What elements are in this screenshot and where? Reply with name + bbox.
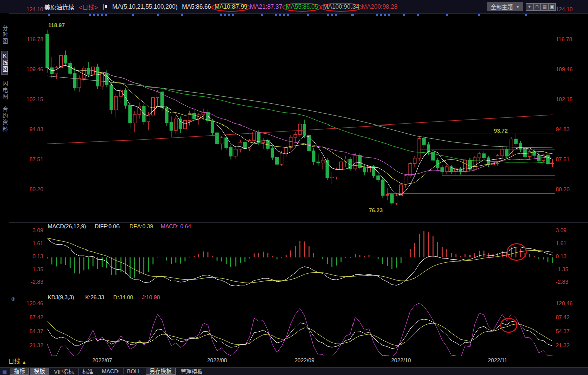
- chart-area[interactable]: 118.9776.2393.72124.10124.10116.78116.78…: [0, 0, 588, 375]
- price-annotation: 93.72: [494, 128, 508, 134]
- svg-text:21.32: 21.32: [29, 342, 43, 348]
- futures-trading-terminal: 美原油连续 <日线> MA(5,10,21,55,100,200) MA5:86…: [0, 0, 588, 375]
- bottom-tab-5[interactable]: MACD: [98, 368, 122, 374]
- y-axis-label-left: 102.15: [26, 96, 43, 102]
- event-dot: [228, 14, 230, 16]
- svg-text:-1.35: -1.35: [556, 266, 568, 272]
- svg-text:21.32: 21.32: [556, 342, 570, 348]
- ma-value-chip: MA10:87.99: [211, 3, 251, 12]
- y-axis-label-right: 116.78: [556, 36, 572, 42]
- kdj-header-part: J:10.98: [142, 294, 160, 300]
- event-dot: [403, 14, 405, 16]
- ma-value-chip: MA21:87.37: [250, 3, 282, 10]
- event-dot: [279, 14, 281, 16]
- event-dot: [307, 14, 309, 16]
- svg-text:0.13: 0.13: [556, 253, 566, 259]
- event-dot: [380, 14, 382, 16]
- event-dot: [181, 14, 183, 16]
- window-controls: +□▤▣: [526, 3, 556, 11]
- y-axis-label-left: 80.20: [29, 186, 43, 192]
- bottom-tab-2[interactable]: 模板: [30, 368, 49, 375]
- ma-value-chip: MA5:86.66: [182, 3, 211, 10]
- rail-item-3[interactable]: 闪电图: [2, 81, 7, 100]
- macd-header-part: DEA:0.39: [130, 223, 153, 229]
- tile-horizontal-icon[interactable]: ▤: [541, 3, 548, 11]
- bottom-tab-6[interactable]: BOLL: [123, 368, 145, 374]
- event-dot: [275, 14, 277, 16]
- kdj-header-part: K:26.33: [85, 294, 104, 300]
- y-axis-label-right: 80.20: [556, 186, 570, 192]
- event-dot: [132, 14, 134, 16]
- event-dot: [327, 14, 329, 16]
- time-axis-row: 日线 ▲ 2022/072022/082022/092022/102022/11: [0, 354, 588, 367]
- maximize-icon[interactable]: ▣: [548, 3, 556, 11]
- y-axis-label-left: 94.83: [29, 126, 43, 132]
- event-dot: [224, 14, 226, 16]
- event-dot: [525, 14, 527, 16]
- svg-text:87.42: 87.42: [29, 314, 43, 320]
- svg-text:0.13: 0.13: [33, 253, 43, 259]
- header-bar: 美原油连续 <日线> MA(5,10,21,55,100,200) MA5:86…: [0, 0, 588, 13]
- event-dot: [283, 14, 285, 16]
- bottom-tab-4[interactable]: 标准: [78, 367, 97, 375]
- event-dot: [157, 14, 159, 16]
- kdj-layer: [47, 303, 553, 358]
- x-axis-label: 2022/10: [387, 357, 415, 363]
- event-dot: [351, 14, 354, 16]
- bottom-tab-7[interactable]: 另存模板: [146, 368, 176, 375]
- y-axis-label-right: 87.51: [556, 156, 570, 162]
- symbol-name[interactable]: 美原油连续: [44, 3, 74, 11]
- kdj-header-part: D:34.00: [113, 294, 133, 300]
- panel-settings-icon: ◎: [11, 296, 15, 301]
- rail-item-4[interactable]: 合约资料: [2, 106, 7, 133]
- event-dot: [48, 14, 50, 16]
- x-axis-label: 2022/07: [88, 357, 116, 363]
- caret-up-icon: ▲: [22, 360, 26, 365]
- svg-text:3.09: 3.09: [556, 227, 566, 233]
- event-dot: [417, 14, 419, 16]
- period-selector-label: 日线: [8, 358, 20, 365]
- rail-item-2[interactable]: K线图: [1, 51, 8, 75]
- theme-dropdown-label: 全部主题: [491, 3, 513, 11]
- kline-indicator-icon: [102, 4, 108, 10]
- event-dot: [446, 14, 448, 16]
- x-axis-label: 2022/08: [203, 357, 231, 363]
- header-right-controls: 全部主题 ▼ +□▤▣: [487, 2, 556, 11]
- y-axis-label-left: 116.78: [27, 36, 43, 42]
- ma-value-chip: MA55:86.05: [282, 3, 322, 12]
- macd-header-part: MACD:-0.64: [161, 223, 191, 229]
- y-axis-label-right: 94.83: [556, 126, 570, 132]
- chevron-down-icon: ▼: [516, 5, 520, 9]
- svg-text:1.61: 1.61: [33, 240, 43, 246]
- bottom-tab-8[interactable]: 管理模板: [177, 367, 206, 375]
- period-tag[interactable]: <日线>: [79, 3, 98, 11]
- macd-header-part: MACD(26,12,9): [48, 223, 86, 229]
- bottom-tab-3[interactable]: VIP指标: [50, 367, 77, 375]
- bottom-tab-1[interactable]: 指标: [10, 368, 29, 375]
- candlestick-layer: [46, 14, 555, 206]
- ma-values-group: MA5:86.66MA10:87.99MA21:87.37MA55:86.05M…: [182, 3, 398, 10]
- event-dot: [388, 14, 390, 16]
- bottom-tab-bar: ▦ 指标模板VIP指标标准MACDBOLL另存模板管理模板: [0, 367, 588, 375]
- svg-text:-2.83: -2.83: [31, 279, 43, 285]
- svg-text:120.46: 120.46: [556, 300, 573, 306]
- left-rail: 分时图K线图闪电图合约资料: [0, 13, 9, 355]
- svg-text:54.37: 54.37: [29, 328, 43, 334]
- theme-dropdown[interactable]: 全部主题 ▼: [487, 2, 523, 11]
- event-dot: [101, 14, 103, 16]
- red-circle-annotation: [501, 318, 517, 332]
- x-axis-label: 2022/09: [290, 357, 318, 363]
- cascade-windows-icon[interactable]: □: [533, 3, 541, 11]
- pin-icon[interactable]: +: [526, 3, 533, 11]
- event-dot: [93, 14, 95, 16]
- event-dot: [220, 14, 222, 16]
- svg-text:-1.35: -1.35: [31, 266, 43, 272]
- layout-grid-icon[interactable]: ▦: [0, 369, 9, 374]
- rail-item-1[interactable]: 分时图: [2, 25, 7, 45]
- event-dot: [232, 14, 234, 16]
- event-dot: [97, 14, 99, 16]
- ma-value-chip: MA200:98.28: [362, 3, 397, 10]
- svg-text:1.61: 1.61: [556, 240, 566, 246]
- svg-text:120.46: 120.46: [26, 300, 43, 306]
- period-selector[interactable]: 日线 ▲: [8, 357, 26, 365]
